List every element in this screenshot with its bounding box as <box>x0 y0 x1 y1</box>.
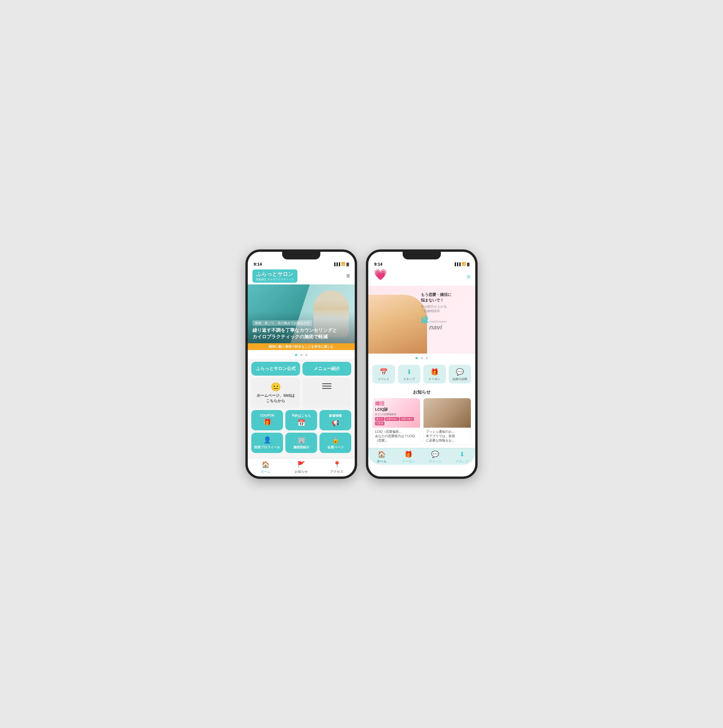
btn-event[interactable]: 📅 イベント <box>372 365 395 384</box>
status-time-2: 9:14 <box>374 262 382 266</box>
news-thumb-2 <box>424 398 471 428</box>
btn-homepage-label: ホームページ、SNSはこちらから <box>256 393 295 404</box>
stamp-nav-icon: ⬇ <box>459 451 465 458</box>
news-title: お知らせ <box>372 390 471 395</box>
btn-member-label: 会員ページ <box>327 445 343 450</box>
nav-home-1[interactable]: 🏠 ホーム <box>248 461 283 474</box>
news-body-2: プッシュ通知のお...本アプリでは、皆様に必要な情報をお... <box>424 428 471 445</box>
coupon-nav-icon: 🎁 <box>404 451 412 458</box>
btn-menu-icon[interactable] <box>302 378 351 408</box>
status-time-1: 9:14 <box>254 262 262 266</box>
btn-diag[interactable]: 💬 結婚力診断 <box>449 365 471 384</box>
logo-sub-1: 骨盤矯正 カイロプラクティック <box>256 278 294 281</box>
logo-main-1: ふらっとサロン <box>256 271 294 278</box>
btn-coupon-2[interactable]: 🎁 クーポン <box>423 365 446 384</box>
grid-row-3: COUPON 🎁 予約はこちら 📅 新着情報 📢 <box>251 410 351 430</box>
bottom-nav-1: 🏠 ホーム 🚩 お知らせ 📍 アクセス <box>248 458 355 475</box>
thumb1-overlay: 婚活 LCIQ診 あなたの恋愛偏差値 吸引力 恋愛幸福力 恋愛共感力 恋愛感 <box>375 401 418 425</box>
hero-text2-1: 繰り返す不調を丁寧なカウンセリングとカイロプラクティックの施術で軽減 <box>252 327 350 340</box>
btn-salon-official[interactable]: ふらっとサロン公式 <box>251 362 300 376</box>
btn-clinic[interactable]: 🏢 施術院紹介 <box>285 433 317 453</box>
grid-row-4: 👤 院長プロフィール 🏢 施術院紹介 🔒 会員ページ <box>251 433 351 453</box>
grid-row-1: ふらっとサロン公式 メニュー紹介 <box>251 362 351 376</box>
brand-en: matchmaker <box>429 320 447 324</box>
btn-clinic-label: 施術院紹介 <box>293 445 310 450</box>
brand-navi: navi <box>429 324 447 331</box>
stamp-icon: ⬇ <box>399 368 419 376</box>
btn-reservation[interactable]: 予約はこちら 📅 <box>285 410 317 430</box>
thumb1-caption: あなたの恋愛偏差値 <box>375 413 418 416</box>
tag-1: 吸引力 <box>375 417 384 421</box>
hero-text-area-2: もう恋愛・婚活に悩まないで！ 幸せ能力が上がる♡結婚相談所 縁 matchmak… <box>421 292 472 332</box>
btn-menu[interactable]: メニュー紹介 <box>302 362 351 376</box>
header-2: 💗 ≡ <box>368 268 475 286</box>
stamp-label: スタンプ <box>399 377 419 381</box>
nav-news-1[interactable]: 🚩 お知らせ <box>283 461 319 474</box>
building-icon: 🏢 <box>297 436 305 444</box>
news-grid: 婚活 LCIQ診 あなたの恋愛偏差値 吸引力 恋愛幸福力 恋愛共感力 恋愛感 <box>372 398 471 445</box>
signal-icon-1: ▐▐▐ <box>333 262 340 266</box>
news-body-1: LCIQ（恋愛偏差...あなたの恋愛能力は？LCIQ（恋愛... <box>373 428 420 445</box>
hero-person-2 <box>368 295 427 353</box>
wifi-icon-2: 📶 <box>462 262 466 266</box>
btn-director-label: 院長プロフィール <box>254 445 280 450</box>
logo-2: 💗 <box>373 269 387 284</box>
nav2-stamp[interactable]: ⬇ スタンプ <box>448 451 475 463</box>
grid-row-2: 😐 ホームページ、SNSはこちらから <box>251 378 351 408</box>
notch-2 <box>403 252 441 259</box>
btn-reservation-label: 予約はこちら <box>291 414 311 418</box>
status-icons-1: ▐▐▐ 📶 ▓ <box>333 262 349 266</box>
flag-icon-1: 🚩 <box>297 461 305 469</box>
status-icons-2: ▐▐▐ 📶 ▓ <box>454 262 469 266</box>
nav-news-label-1: お知らせ <box>295 470 308 474</box>
btn-member[interactable]: 🔒 会員ページ <box>319 433 351 453</box>
signal-icon-2: ▐▐▐ <box>454 262 461 266</box>
phone-2: 9:14 ▐▐▐ 📶 ▓ 💗 ≡ <box>366 249 477 479</box>
home-icon-2: 🏠 <box>378 451 386 458</box>
status-bar-2: 9:14 ▐▐▐ 📶 ▓ <box>368 259 475 268</box>
news-section: お知らせ 婚活 LCIQ診 あなたの恋愛偏差値 吸引力 <box>368 387 475 448</box>
hero-text1-2: もう恋愛・婚活に悩まないで！ <box>421 292 472 303</box>
diag-icon: 💬 <box>450 368 470 376</box>
notch-1 <box>282 252 320 259</box>
header-1: ふらっとサロン 骨盤矯正 カイロプラクティック ≡ <box>248 268 355 284</box>
news-card-1[interactable]: 婚活 LCIQ診 あなたの恋愛偏差値 吸引力 恋愛幸福力 恋愛共感力 恋愛感 <box>372 398 420 445</box>
bottom-nav-2: 🏠 ホーム 🎁 クーポン 💬 チャット ⬇ スタンプ <box>368 448 475 465</box>
hero-brand: 縁 matchmaker navi <box>421 315 472 332</box>
btn-director[interactable]: 👤 院長プロフィール <box>251 433 283 453</box>
dot2-3 <box>426 357 428 359</box>
hamburger-icon-2[interactable]: ≡ <box>467 273 471 281</box>
nav2-coupon[interactable]: 🎁 クーポン <box>395 451 422 463</box>
thumb1-tags: 吸引力 恋愛幸福力 恋愛共感力 恋愛感 <box>375 417 418 425</box>
heart-icon: 💗 <box>373 269 387 280</box>
nav2-chat-label: チャット <box>429 459 442 463</box>
battery-icon-2: ▓ <box>467 262 469 266</box>
nav-access-1[interactable]: 📍 アクセス <box>319 461 355 474</box>
dot2-1 <box>416 357 418 359</box>
btn-coupon[interactable]: COUPON 🎁 <box>251 410 283 430</box>
tag-4: 恋愛感 <box>375 422 384 425</box>
home-icon-1: 🏠 <box>262 461 270 469</box>
hamburger-icon-1[interactable]: ≡ <box>346 272 350 280</box>
event-label: イベント <box>374 377 394 381</box>
nav2-coupon-label: クーポン <box>402 459 415 463</box>
lock-icon: 🔒 <box>331 436 339 444</box>
logo-1[interactable]: ふらっとサロン 骨盤矯正 カイロプラクティック <box>252 269 297 283</box>
tag-2: 恋愛幸福力 <box>385 417 399 421</box>
coupon-icon: 🎁 <box>424 368 445 376</box>
menu-lines-icon <box>322 383 331 389</box>
nav2-home-label: ホーム <box>377 459 386 463</box>
btn-stamp[interactable]: ⬇ スタンプ <box>398 365 421 384</box>
news-card-2[interactable]: プッシュ通知のお...本アプリでは、皆様に必要な情報をお... <box>423 398 471 445</box>
nav2-chat[interactable]: 💬 チャット <box>422 451 448 463</box>
btn-news-label: 新着情報 <box>329 414 342 418</box>
btn-homepage[interactable]: 😐 ホームページ、SNSはこちらから <box>251 378 300 408</box>
nav2-home[interactable]: 🏠 ホーム <box>368 451 395 463</box>
dot-2 <box>300 354 302 356</box>
btn-news[interactable]: 新着情報 📢 <box>319 410 351 430</box>
status-bar-1: 9:14 ▐▐▐ 📶 ▓ <box>248 259 355 268</box>
event-icon: 📅 <box>374 368 394 376</box>
calendar-icon: 📅 <box>297 419 305 427</box>
nav2-stamp-label: スタンプ <box>456 459 468 463</box>
dot2-2 <box>421 357 423 359</box>
